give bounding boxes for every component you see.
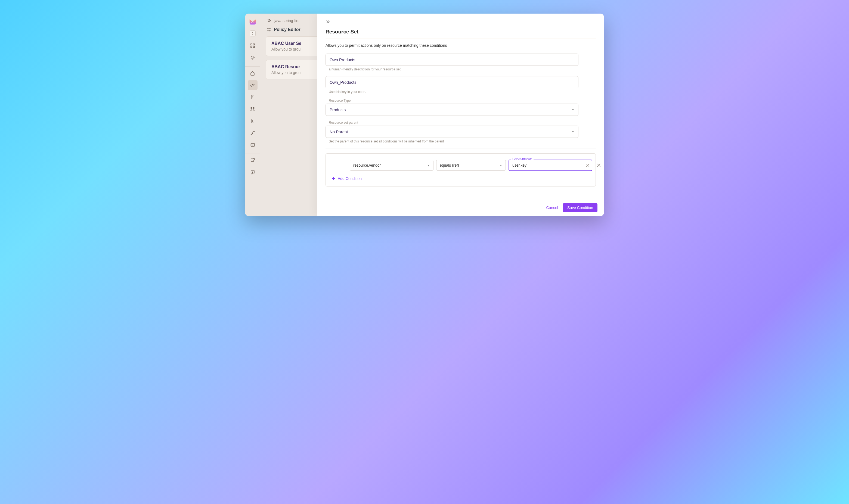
home-icon[interactable] [248,68,258,78]
resource-type-value: Products [330,107,346,112]
app-logo-icon [249,17,257,25]
svg-rect-5 [253,46,254,48]
divider [325,148,596,148]
svg-point-6 [252,57,253,58]
condition-attribute-select[interactable]: resource.vendor ▼ [350,160,434,171]
avatar[interactable]: J [250,31,255,36]
list-icon[interactable] [248,116,258,126]
condition-value-label: Select Attribute [511,157,533,161]
apps-icon[interactable] [248,41,258,51]
resource-set-panel: Resource Set Allows you to permit action… [317,14,604,216]
resource-type-select[interactable]: Products ▼ [325,104,579,116]
app-window: J java-spring-fin... Policy Editor ABAC … [245,14,604,216]
condition-attribute-value: resource.vendor [353,163,381,167]
add-condition-button[interactable]: Add Condition [330,175,363,182]
feedback-icon[interactable] [248,167,258,177]
chevron-down-icon: ▼ [499,164,502,167]
external-icon[interactable] [248,156,258,165]
collapse-panel-icon[interactable] [325,20,596,24]
svg-point-0 [251,22,251,22]
chevron-down-icon: ▼ [427,164,430,167]
save-condition-button[interactable]: Save Condition [563,203,598,212]
parent-helper: Set the parent of this resource set all … [325,140,579,143]
panel-description: Allows you to permit actions only on res… [325,43,596,48]
condition-value-input[interactable] [509,160,592,171]
svg-point-1 [253,22,254,22]
document-icon[interactable] [248,92,258,102]
condition-builder: resource.vendor ▼ equals (ref) ▼ Select … [325,153,596,186]
breadcrumb-text[interactable]: java-spring-fin... [275,18,302,23]
terminal-icon[interactable] [248,140,258,150]
condition-operator-value: equals (ref) [440,163,459,167]
cancel-button[interactable]: Cancel [545,203,559,212]
groups-icon[interactable] [248,104,258,114]
key-helper: Use this key in your code. [325,90,579,94]
svg-rect-15 [251,119,254,123]
remove-condition-icon[interactable] [597,163,601,167]
svg-rect-4 [251,46,252,48]
chevron-down-icon: ▼ [572,108,574,111]
main-area: java-spring-fin... Policy Editor ABAC Us… [260,14,604,216]
svg-point-27 [268,28,269,29]
sliders-icon [267,28,271,32]
condition-value-field[interactable]: Select Attribute [509,160,592,171]
svg-point-13 [251,110,252,111]
sidebar: J [245,14,260,216]
policy-icon[interactable] [248,80,258,90]
name-helper: a human-friendly description for your re… [325,68,579,71]
svg-point-12 [253,107,254,108]
svg-rect-22 [253,159,254,160]
parent-select[interactable]: No Parent ▼ [325,126,579,138]
svg-point-11 [251,107,252,108]
chevron-down-icon: ▼ [572,130,574,133]
add-condition-label: Add Condition [338,176,362,181]
svg-rect-3 [253,44,254,45]
divider [245,66,260,67]
clear-icon[interactable] [586,163,589,167]
chevron-right-double-icon[interactable] [267,18,271,23]
page-title-text: Policy Editor [274,27,300,32]
svg-point-28 [269,31,270,31]
resource-set-key-input[interactable] [325,76,579,88]
condition-row: resource.vendor ▼ equals (ref) ▼ Select … [330,160,591,171]
resource-type-label: Resource Type [325,99,579,103]
condition-operator-select[interactable]: equals (ref) ▼ [436,160,506,171]
resource-set-name-input[interactable] [325,54,579,66]
gear-icon[interactable] [248,53,258,62]
divider [245,154,260,154]
svg-rect-2 [251,44,252,45]
panel-footer: Cancel Save Condition [317,199,604,216]
flow-icon[interactable] [248,128,258,138]
panel-title: Resource Set [325,29,596,35]
svg-point-24 [252,173,253,173]
parent-label: Resource set parent [325,121,579,125]
svg-point-14 [253,110,254,111]
plus-icon [331,176,336,181]
panel-body: Resource Set Allows you to permit action… [317,14,604,199]
parent-value: No Parent [330,129,348,134]
